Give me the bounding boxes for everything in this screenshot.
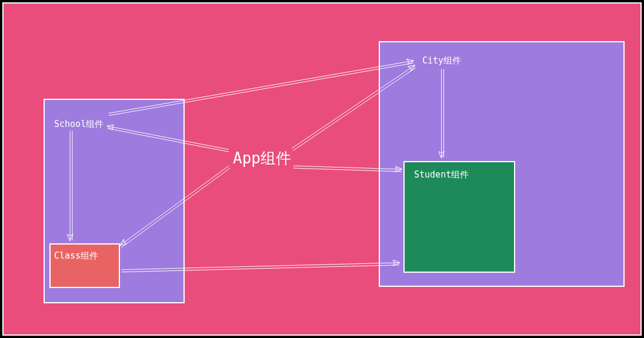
student-label: Student组件 [414, 169, 469, 180]
app-label: App组件 [233, 148, 291, 169]
school-label: School组件 [54, 119, 104, 130]
city-label: City组件 [422, 55, 461, 66]
diagram-canvas: School组件 City组件 Class组件 Student组件 App组件 [2, 2, 642, 336]
class-label: Class组件 [54, 250, 98, 262]
